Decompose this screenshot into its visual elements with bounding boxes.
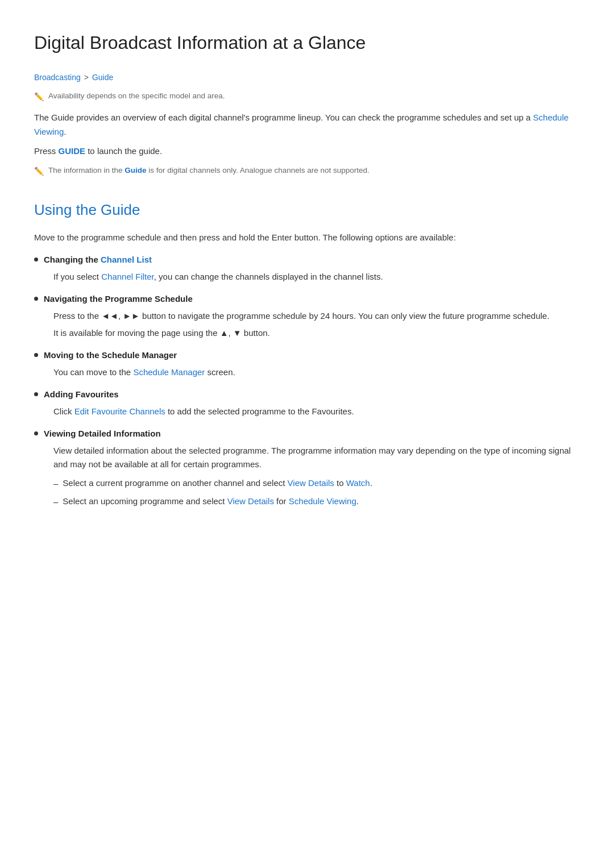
- breadcrumb-separator: >: [84, 71, 89, 84]
- watch-link[interactable]: Watch: [346, 478, 370, 488]
- sub-item-text: Select an upcoming programme and select …: [63, 495, 359, 509]
- sub1-pre: Select a current programme on another ch…: [63, 478, 287, 488]
- nav-body-pre: Press to the ◄◄, ►► button to navigate t…: [53, 311, 549, 321]
- bullet-dot: [34, 392, 38, 396]
- bullet-label: Navigating the Programme Schedule: [44, 294, 193, 304]
- edit-favourite-link[interactable]: Edit Favourite Channels: [74, 406, 165, 416]
- list-item: Viewing Detailed Information View detail…: [34, 427, 580, 513]
- schedule-viewing-link-sub[interactable]: Schedule Viewing: [289, 496, 356, 506]
- bullet-label: Viewing Detailed Information: [44, 429, 161, 438]
- sub1-mid: to: [334, 478, 346, 488]
- sub-dash: –: [53, 495, 58, 509]
- guide-note-pre: The information in the: [48, 166, 125, 175]
- sub2-pre: Select an upcoming programme and select: [63, 496, 227, 506]
- sub-item-text: Select a current programme on another ch…: [63, 476, 372, 491]
- list-item: Changing the Channel List If you select …: [34, 253, 580, 284]
- guide-note-key: Guide: [125, 166, 146, 175]
- favourites-after: to add the selected programme to the Fav…: [165, 406, 354, 416]
- breadcrumb: Broadcasting > Guide: [34, 71, 580, 84]
- list-item: Adding Favourites Click Edit Favourite C…: [34, 388, 580, 419]
- bullet-body: Press to the ◄◄, ►► button to navigate t…: [53, 309, 549, 323]
- nav-body2: It is available for moving the page usin…: [53, 328, 270, 338]
- sub-item: – Select an upcoming programme and selec…: [53, 495, 580, 509]
- bullet-dot: [34, 297, 38, 301]
- bullet-body-2: It is available for moving the page usin…: [53, 326, 549, 340]
- view-details-link-2[interactable]: View Details: [227, 496, 274, 506]
- sub-list: – Select a current programme on another …: [53, 476, 580, 509]
- detailed-body-pre: View detailed information about the sele…: [53, 446, 571, 470]
- intro-text2: .: [64, 127, 66, 136]
- section-title: Using the Guide: [34, 198, 580, 222]
- bullet-body: If you select Channel Filter, you can ch…: [53, 270, 383, 284]
- favourites-pre: Click: [53, 406, 74, 416]
- availability-note: Availability depends on the specific mod…: [48, 90, 225, 102]
- view-details-link-1[interactable]: View Details: [288, 478, 334, 488]
- note-icon: ✏️: [34, 90, 44, 103]
- body-pre: If you select: [53, 272, 101, 281]
- schedule-manager-link[interactable]: Schedule Manager: [133, 367, 205, 377]
- channel-filter-link[interactable]: Channel Filter: [101, 272, 154, 281]
- list-item: Navigating the Programme Schedule Press …: [34, 292, 580, 341]
- guide-note-row: ✏️ The information in the Guide is for d…: [34, 164, 580, 177]
- page-title: Digital Broadcast Information at a Glanc…: [34, 28, 580, 57]
- sub1-post: .: [370, 478, 372, 488]
- sub-item: – Select a current programme on another …: [53, 476, 580, 491]
- sub2-post: .: [356, 496, 359, 506]
- intro-text: The Guide provides an overview of each d…: [34, 113, 533, 122]
- channel-list-link[interactable]: Channel List: [101, 255, 152, 264]
- bullet-dot: [34, 258, 38, 261]
- sub-dash: –: [53, 477, 58, 491]
- bullet-body: View detailed information about the sele…: [53, 444, 580, 472]
- bullet-dot: [34, 431, 38, 435]
- guide-note-post: is for digital channels only. Analogue c…: [147, 166, 370, 175]
- feature-list: Changing the Channel List If you select …: [34, 253, 580, 513]
- bullet-label: Adding Favourites: [44, 389, 119, 399]
- press-text: Press: [34, 146, 59, 156]
- bullet-label: Moving to the Schedule Manager: [44, 350, 177, 360]
- press-text2: to launch the guide.: [85, 146, 162, 156]
- list-item: Moving to the Schedule Manager You can m…: [34, 348, 580, 380]
- availability-note-row: ✏️ Availability depends on the specific …: [34, 90, 580, 103]
- guide-note: The information in the Guide is for digi…: [48, 164, 370, 177]
- schedule-manager-after: screen.: [205, 367, 235, 377]
- bullet-body: Click Edit Favourite Channels to add the…: [53, 405, 354, 419]
- bullet-body: You can move to the Schedule Manager scr…: [53, 366, 235, 380]
- guide-note-icon: ✏️: [34, 165, 44, 177]
- guide-key: GUIDE: [59, 146, 86, 156]
- bullet-label: Changing the Channel List: [44, 255, 152, 264]
- body-after: , you can change the channels displayed …: [154, 272, 383, 281]
- section-intro: Move to the programme schedule and then …: [34, 231, 580, 245]
- breadcrumb-current[interactable]: Guide: [92, 71, 113, 84]
- sub2-mid: for: [274, 496, 289, 506]
- schedule-manager-pre: You can move to the: [53, 367, 133, 377]
- intro-paragraph: The Guide provides an overview of each d…: [34, 111, 580, 139]
- press-guide-text: Press GUIDE to launch the guide.: [34, 144, 580, 159]
- breadcrumb-parent[interactable]: Broadcasting: [34, 71, 81, 84]
- bullet-label-text: Changing the: [44, 255, 101, 264]
- bullet-dot: [34, 353, 38, 357]
